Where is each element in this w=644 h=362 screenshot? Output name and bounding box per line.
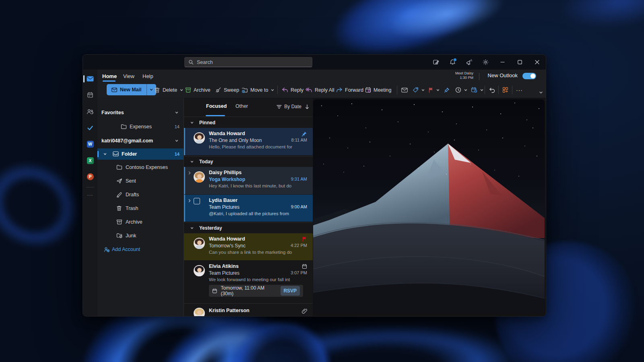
rail-word-icon[interactable]: W bbox=[83, 138, 97, 150]
folder-expand-chevron[interactable] bbox=[103, 152, 107, 156]
unread-indicator bbox=[184, 195, 185, 222]
maximize-button[interactable] bbox=[511, 55, 528, 70]
snooze-clock-icon[interactable] bbox=[455, 84, 468, 95]
rail-todo-icon[interactable] bbox=[83, 121, 97, 134]
folder-trash[interactable]: Trash bbox=[97, 203, 184, 214]
add-account-button[interactable]: Add Account bbox=[97, 244, 184, 255]
close-button[interactable] bbox=[528, 55, 546, 70]
meet-daisy-status[interactable]: Meet Daisy 1:30 PM bbox=[445, 71, 473, 80]
move-to-button[interactable]: Move to bbox=[242, 84, 275, 95]
minimize-button[interactable] bbox=[494, 55, 511, 70]
account-collapse-chevron[interactable] bbox=[175, 139, 179, 143]
folder-archive[interactable]: Archive bbox=[97, 216, 184, 228]
tab-view[interactable]: View bbox=[123, 72, 134, 81]
rail-powerpoint-icon[interactable]: P bbox=[83, 170, 97, 183]
expand-thread-chevron[interactable] bbox=[188, 199, 192, 203]
undo-icon[interactable] bbox=[489, 84, 495, 95]
search-icon bbox=[188, 60, 194, 65]
tab-focused[interactable]: Focused bbox=[206, 103, 227, 109]
delete-dropdown-chevron[interactable] bbox=[180, 88, 184, 92]
rsvp-button[interactable]: RSVP bbox=[281, 286, 300, 296]
section-pinned[interactable]: Pinned bbox=[184, 117, 313, 128]
meeting-button[interactable]: Meeting bbox=[365, 84, 391, 95]
filter-icon bbox=[277, 105, 282, 109]
reading-pane-image[interactable] bbox=[313, 99, 545, 313]
folder-drafts[interactable]: Drafts bbox=[97, 189, 184, 200]
section-collapse-chevron[interactable] bbox=[190, 121, 194, 125]
tag-dropdown-chevron[interactable] bbox=[421, 88, 425, 92]
message-row-wanda-pinned[interactable]: Wanda Howard The One and Only Moon 8:11 … bbox=[184, 128, 313, 155]
message-list: Focused Other By Date Pinned bbox=[184, 98, 313, 316]
message-row-daisy[interactable]: Daisy Phillips Yoga Workshop 9:31 AM Hey… bbox=[184, 167, 313, 194]
rail-people-icon[interactable] bbox=[83, 105, 97, 118]
pinned-pin-icon[interactable] bbox=[301, 131, 307, 137]
toolbar-more-button[interactable]: ··· bbox=[516, 84, 523, 95]
tab-home[interactable]: Home bbox=[102, 72, 117, 81]
folder-icon bbox=[116, 165, 122, 170]
message-row-lydia-selected[interactable]: Lydia Bauer Team Pictures 9:00 AM @Katri… bbox=[184, 195, 313, 222]
folder-sent[interactable]: Sent bbox=[97, 175, 184, 187]
new-outlook-toggle[interactable] bbox=[522, 73, 536, 79]
schedule-dropdown-chevron[interactable] bbox=[480, 88, 484, 92]
delete-button[interactable]: Delete bbox=[154, 84, 184, 95]
pin-icon[interactable] bbox=[444, 84, 450, 95]
tab-help[interactable]: Help bbox=[142, 72, 153, 81]
schedule-send-icon[interactable] bbox=[471, 84, 484, 95]
notifications-bell-icon[interactable] bbox=[444, 55, 461, 70]
whats-new-megaphone-icon[interactable] bbox=[461, 55, 477, 70]
folder-expenses[interactable]: Expenses 14 bbox=[97, 121, 184, 132]
folder-junk[interactable]: Junk bbox=[97, 230, 184, 241]
rail-more-apps-button[interactable]: ··· bbox=[83, 189, 97, 202]
sweep-button[interactable]: Sweep bbox=[215, 84, 239, 95]
archive-button[interactable]: Archive bbox=[185, 84, 211, 95]
ribbon-collapse-chevron[interactable] bbox=[539, 87, 543, 98]
meeting-time-label: Tomorrow, 11:00 AM (30m) bbox=[221, 285, 277, 296]
add-ins-icon[interactable] bbox=[502, 84, 508, 95]
attachment-paperclip-icon bbox=[302, 308, 307, 314]
reply-all-button[interactable]: Reply All bbox=[305, 84, 334, 95]
calendar-icon bbox=[212, 288, 217, 294]
archive-box-icon bbox=[116, 219, 122, 224]
settings-gear-icon[interactable] bbox=[477, 55, 494, 70]
folder-contoso-expenses[interactable]: Contoso Expenses bbox=[97, 162, 184, 173]
section-yesterday[interactable]: Yesterday bbox=[184, 222, 313, 233]
send-icon bbox=[116, 178, 122, 184]
new-mail-button[interactable]: New Mail bbox=[107, 84, 156, 95]
rail-divider bbox=[86, 187, 94, 187]
forward-button[interactable]: Forward bbox=[336, 84, 363, 95]
move-to-dropdown-chevron[interactable] bbox=[270, 88, 275, 92]
reply-button[interactable]: Reply bbox=[282, 84, 303, 95]
clock-dropdown-chevron[interactable] bbox=[464, 88, 468, 92]
tab-other[interactable]: Other bbox=[235, 103, 248, 109]
message-row-kristin[interactable]: Kristin Patterson bbox=[184, 304, 313, 316]
section-today[interactable]: Today bbox=[184, 156, 313, 167]
message-row-wanda-flagged[interactable]: Wanda Howard Tomorrow's Sync 4:22 PM Can… bbox=[184, 233, 313, 260]
sort-by-date-button[interactable]: By Date bbox=[277, 104, 301, 109]
outlook-window: Search bbox=[83, 54, 546, 317]
account-header[interactable]: katri0487@gmail.com bbox=[97, 135, 184, 146]
toolbar-separator bbox=[512, 86, 512, 94]
avatar bbox=[194, 265, 205, 276]
favorites-header[interactable]: Favorites bbox=[97, 107, 184, 118]
categorize-tag-icon[interactable] bbox=[413, 84, 425, 95]
rail-excel-icon[interactable]: X bbox=[83, 154, 97, 167]
section-collapse-chevron[interactable] bbox=[190, 160, 194, 164]
rail-mail-icon[interactable] bbox=[83, 72, 97, 85]
flagged-flag-icon[interactable] bbox=[302, 237, 307, 242]
section-collapse-chevron[interactable] bbox=[190, 226, 194, 230]
message-row-elvia[interactable]: Elvia Atikins Team Pictures 3:07 PM We l… bbox=[184, 261, 313, 302]
sort-direction-icon[interactable] bbox=[305, 104, 310, 109]
feedback-icon[interactable] bbox=[428, 55, 444, 70]
flag-icon[interactable] bbox=[428, 84, 440, 95]
message-checkbox[interactable] bbox=[194, 198, 200, 204]
rail-calendar-icon[interactable] bbox=[83, 88, 97, 101]
favorites-collapse-chevron[interactable] bbox=[175, 111, 179, 115]
folder-inbox-selected[interactable]: Folder 14 bbox=[97, 148, 184, 160]
expand-thread-chevron[interactable] bbox=[188, 171, 192, 175]
window-titlebar[interactable]: Search bbox=[83, 55, 546, 70]
search-input[interactable]: Search bbox=[184, 57, 312, 67]
drafts-pencil-icon bbox=[116, 192, 122, 197]
flag-dropdown-chevron[interactable] bbox=[436, 88, 440, 92]
notification-badge bbox=[453, 58, 457, 62]
read-unread-icon[interactable] bbox=[401, 84, 408, 95]
